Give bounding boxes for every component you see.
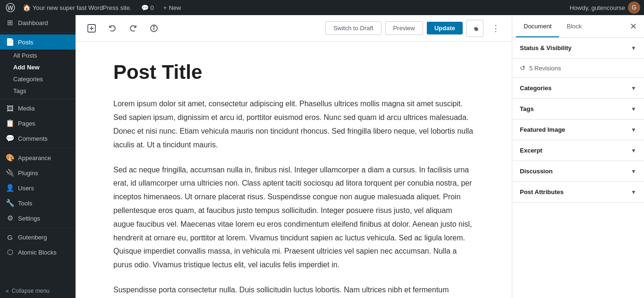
add-new-label: Add New [13,64,40,71]
sidebar-item-all-posts[interactable]: All Posts [0,50,76,61]
excerpt-chevron-icon: ▼ [631,147,636,154]
revisions-row[interactable]: ↺ 5 Revisions [512,59,644,77]
sidebar-item-atomic-blocks[interactable]: ⬡ Atomic Blocks [0,245,76,260]
sidebar-item-appearance[interactable]: 🎨 Appearance [0,150,76,165]
preview-button[interactable]: Preview [385,21,423,35]
switch-to-draft-button[interactable]: Switch to Draft [325,21,381,35]
panel-close-button[interactable]: ✕ [626,19,640,34]
add-block-button[interactable] [83,20,100,37]
discussion-label: Discussion [520,168,552,175]
sidebar-item-dashboard-label: Dashboard [18,19,48,26]
tools-icon: 🔧 [6,199,14,207]
tags-label: Tags [13,87,26,94]
redo-button[interactable] [125,20,142,37]
toolbar-right: Switch to Draft Preview Update ⋮ [325,20,504,37]
collapse-menu[interactable]: « Collapse menu [0,284,76,298]
revisions-icon: ↺ [520,64,525,72]
sidebar-item-dashboard[interactable]: ⊞ Dashboard [0,15,76,30]
tab-block[interactable]: Block [559,16,589,37]
posts-icon: 📄 [6,38,14,46]
post-attributes-header[interactable]: Post Attributes ▼ [512,182,644,202]
panel-tabs: Document Block ✕ [512,15,644,38]
atomic-blocks-icon: ⬡ [6,248,14,256]
avatar[interactable]: G [628,1,640,14]
tags-chevron-icon: ▼ [631,106,636,112]
wp-logo[interactable]: W [4,1,17,14]
sidebar-item-add-new[interactable]: Add New [0,61,76,73]
panel-section-tags: Tags ▼ [512,99,644,119]
post-body[interactable]: Lorem ipsum dolor sit amet, consectetur … [113,97,474,297]
editor-area: Switch to Draft Preview Update ⋮ [76,15,512,298]
pages-icon: 📋 [6,119,14,128]
settings-icon: ⚙ [6,214,14,222]
sidebar: ⊞ Dashboard 📄 Posts All Posts Add New Ca… [0,15,76,298]
settings-label: Settings [18,215,40,222]
panel-body: Status & Visibility ▼ ↺ 5 Revisions Cate… [512,38,644,298]
sidebar-item-tags[interactable]: Tags [0,85,76,97]
atomic-blocks-label: Atomic Blocks [18,249,57,256]
tags-header[interactable]: Tags ▼ [512,99,644,119]
update-button[interactable]: Update [427,22,463,34]
gutenberg-icon: G [6,233,14,241]
collapse-icon: « [6,288,9,294]
categories-label: Categories [13,76,43,83]
main-layout: ⊞ Dashboard 📄 Posts All Posts Add New Ca… [0,15,644,298]
info-button[interactable] [145,20,162,37]
tags-label: Tags [520,105,534,112]
sidebar-item-categories[interactable]: Categories [0,73,76,85]
plus-icon: + [163,4,167,11]
sidebar-item-comments[interactable]: 💬 Comments [0,131,76,146]
status-chevron-icon: ▼ [631,45,636,51]
tab-document[interactable]: Document [516,16,559,37]
paragraph-3[interactable]: Suspendisse porta consectetur nulla. Dui… [113,283,474,297]
gutenberg-label: Gutenberg [18,234,47,241]
admin-bar-site[interactable]: 🏠 Your new super fast WordPress site. [19,4,136,11]
admin-bar-right: Howdy, gutencourse G [569,1,640,14]
undo-button[interactable] [104,20,121,37]
howdy-text: Howdy, gutencourse [569,4,625,11]
discussion-header[interactable]: Discussion ▼ [512,161,644,181]
panel-section-excerpt: Excerpt ▼ [512,140,644,161]
sidebar-divider-1 [0,32,76,33]
comment-icon: 💬 [141,4,149,11]
sidebar-item-plugins[interactable]: 🔌 Plugins [0,165,76,180]
panel-section-discussion: Discussion ▼ [512,161,644,182]
sidebar-divider-2 [0,99,76,99]
status-visibility-header[interactable]: Status & Visibility ▼ [512,38,644,58]
svg-text:W: W [8,4,14,11]
paragraph-2[interactable]: Sed ac neque fringilla, accumsan nulla i… [113,163,474,272]
plugins-label: Plugins [18,170,38,177]
settings-gear-button[interactable] [466,20,483,37]
panel-section-featured-image: Featured Image ▼ [512,119,644,140]
sidebar-item-tools[interactable]: 🔧 Tools [0,196,76,211]
post-title[interactable]: Post Title [113,60,474,84]
site-name: Your new super fast WordPress site. [33,4,132,11]
sidebar-item-posts[interactable]: 📄 Posts [0,34,76,50]
dashboard-icon: ⊞ [6,18,14,27]
sidebar-item-posts-label: Posts [18,39,34,46]
paragraph-1[interactable]: Lorem ipsum dolor sit amet, consectetur … [113,97,474,152]
home-icon: 🏠 [23,4,31,11]
editor-content[interactable]: Post Title Lorem ipsum dolor sit amet, c… [76,42,512,298]
comments-count: 0 [151,4,154,11]
excerpt-header[interactable]: Excerpt ▼ [512,140,644,161]
users-label: Users [18,185,34,192]
admin-bar-new[interactable]: + New [160,4,185,11]
sidebar-item-media[interactable]: 🖼 Media [0,101,76,116]
appearance-label: Appearance [18,154,51,162]
sidebar-item-users[interactable]: 👤 Users [0,180,76,196]
tools-label: Tools [18,200,32,207]
sidebar-item-pages[interactable]: 📋 Pages [0,116,76,131]
more-options-button[interactable]: ⋮ [487,20,504,37]
media-label: Media [18,105,34,112]
discussion-chevron-icon: ▼ [631,168,636,175]
editor-toolbar: Switch to Draft Preview Update ⋮ [76,15,512,42]
admin-bar-comments[interactable]: 💬 0 [137,4,158,11]
categories-header[interactable]: Categories ▼ [512,78,644,98]
featured-image-header[interactable]: Featured Image ▼ [512,119,644,140]
revisions-label: 5 Revisions [529,65,561,72]
sidebar-item-gutenberg[interactable]: G Gutenberg [0,230,76,245]
plugins-icon: 🔌 [6,169,14,177]
sidebar-divider-4 [0,228,76,228]
sidebar-item-settings[interactable]: ⚙ Settings [0,211,76,226]
